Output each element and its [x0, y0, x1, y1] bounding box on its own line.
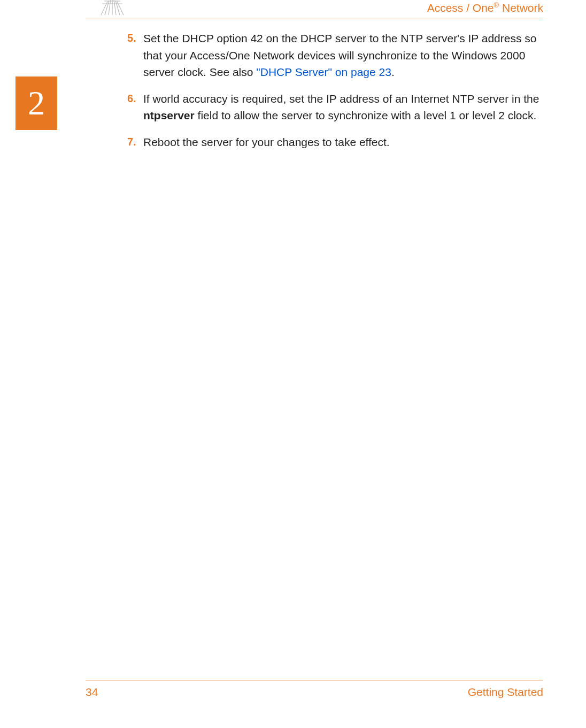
step-number: 5.	[127, 30, 143, 81]
logo-icon	[99, 0, 126, 16]
header-title: Access / One® Network	[427, 1, 543, 14]
page-header: Access / One® Network	[86, 0, 543, 19]
step-text: If world accuracy is required, set the I…	[143, 90, 543, 124]
cross-ref-link[interactable]: "DHCP Server" on page 23	[256, 66, 391, 78]
step-text: Reboot the server for your changes to ta…	[143, 134, 543, 151]
step-7: 7. Reboot the server for your changes to…	[127, 134, 543, 151]
step-5: 5. Set the DHCP option 42 on the DHCP se…	[127, 30, 543, 81]
step-number: 6.	[127, 90, 143, 124]
step-6: 6. If world accuracy is required, set th…	[127, 90, 543, 124]
step-text: Set the DHCP option 42 on the DHCP serve…	[143, 30, 543, 81]
chapter-tab: 2	[16, 76, 57, 130]
field-name: ntpserver	[143, 109, 195, 121]
content-area: 5. Set the DHCP option 42 on the DHCP se…	[127, 30, 543, 160]
section-name: Getting Started	[468, 686, 543, 699]
page-number: 34	[86, 686, 98, 699]
page-footer: 34 Getting Started	[86, 680, 543, 699]
step-number: 7.	[127, 134, 143, 151]
